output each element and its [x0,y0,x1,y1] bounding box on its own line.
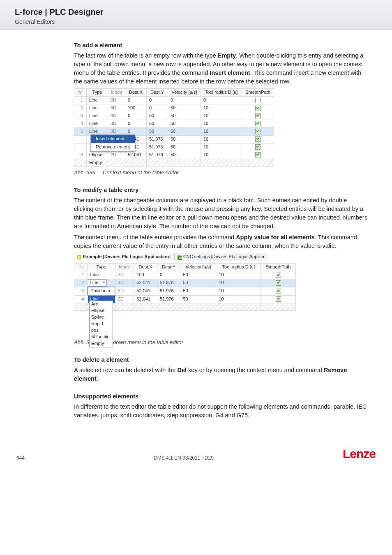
cell-mode[interactable]: 3D [115,287,134,295]
cell-nr[interactable]: 1 [74,97,87,104]
cell-nr[interactable]: 3 [74,112,87,120]
cell-desty[interactable]: 51.976 [157,295,180,303]
cell-mode[interactable]: 2D [108,151,125,159]
cell-destx[interactable]: 0 [125,97,147,104]
cell-velocity[interactable]: 50 [180,271,216,279]
context-menu[interactable]: Insert element Remove element [90,134,135,152]
cell-smoothpath[interactable] [242,151,274,159]
cell-velocity[interactable]: 50 [168,104,201,112]
table-row[interactable]: 1Line3D0000 [74,97,274,104]
cell-smoothpath[interactable] [242,97,274,104]
cell-desty[interactable]: 50 [147,127,168,135]
col-destx[interactable]: Dest.X [125,89,147,97]
cell-toolradius[interactable]: 10 [216,295,261,303]
checkbox-checked-icon[interactable] [255,152,261,157]
cell-type[interactable]: Line [88,279,115,287]
cell-toolradius[interactable]: 10 [201,120,242,127]
cell-smoothpath[interactable] [261,303,296,311]
cell-nr[interactable]: 8 [74,151,87,159]
checkbox-checked-icon[interactable] [255,113,261,118]
cell-destx[interactable]: 0 [125,120,147,127]
cell-mode[interactable]: 2D [115,295,134,303]
cell-mode[interactable]: 3D [108,120,125,127]
checkbox-unchecked-icon[interactable] [255,98,261,103]
cell-toolradius[interactable]: 0 [201,97,242,104]
table-row[interactable]: 3Line3D0505010 [74,112,274,120]
cell-smoothpath[interactable] [242,112,274,120]
cell-desty[interactable]: 51.976 [147,151,168,159]
cell-smoothpath[interactable] [261,271,296,279]
table-row[interactable]: 8Ellipse2D52.04151.9765010 [74,151,274,159]
cell-nr[interactable]: 2 [74,104,87,112]
cell-type[interactable]: Line [87,97,108,104]
checkbox-checked-icon[interactable] [276,280,281,286]
cell-nr[interactable] [74,159,87,166]
cell-type[interactable]: Line [87,104,108,112]
col-type[interactable]: Type [87,89,108,97]
col-smoothpath-2[interactable]: SmoothPath [261,264,296,271]
cell-toolradius[interactable]: 10 [201,143,242,151]
dropdown-option[interactable]: M functio [90,334,113,340]
cell-smoothpath[interactable] [261,287,296,295]
dropdown-option[interactable]: Arc [90,301,113,308]
cell-velocity[interactable]: 50 [180,295,216,303]
col-type-2[interactable]: Type [88,264,115,271]
checkbox-checked-icon[interactable] [255,136,261,142]
menu-remove-element[interactable]: Remove element [91,143,135,151]
checkbox-checked-icon[interactable] [255,106,261,111]
col-desty-2[interactable]: Dest.Y [157,264,180,271]
table-row[interactable]: 2Line3D52.04151.9765010 [74,279,296,287]
cell-destx[interactable] [125,159,147,166]
checkbox-checked-icon[interactable] [276,273,281,278]
col-toolradius[interactable]: Tool radius D [u] [201,89,242,97]
cell-desty[interactable]: 51.976 [147,135,168,143]
cell-velocity[interactable]: 50 [180,279,216,287]
col-mode[interactable]: Mode [108,89,125,97]
cell-desty[interactable] [157,303,180,311]
cell-nr[interactable]: 4 [74,295,88,303]
cell-destx[interactable]: 52.041 [134,287,157,295]
cell-desty[interactable]: 0 [147,104,168,112]
cell-destx[interactable]: 52.041 [125,151,147,159]
cell-velocity[interactable]: 50 [168,127,201,135]
table-row[interactable]: 4Line3D0505010 [74,120,274,127]
cell-nr[interactable]: 3 [74,287,88,295]
col-desty[interactable]: Dest.Y [147,89,168,97]
cell-toolradius[interactable] [216,303,261,311]
cell-smoothpath[interactable] [261,279,296,287]
cell-desty[interactable]: 51.976 [157,287,180,295]
table-row[interactable]: Empty [74,159,274,166]
cell-destx[interactable] [134,303,157,311]
cell-smoothpath[interactable] [242,159,274,166]
cell-velocity[interactable] [180,303,216,311]
cell-type[interactable]: Empty [87,159,108,166]
cell-mode[interactable] [115,303,134,311]
cell-destx[interactable]: 100 [125,104,147,112]
col-nr-2[interactable]: Nr [74,264,88,271]
cell-nr[interactable]: 4 [74,120,87,127]
cell-toolradius[interactable]: 10 [216,287,261,295]
cell-smoothpath[interactable] [242,143,274,151]
cell-toolradius[interactable]: 10 [201,151,242,159]
cell-desty[interactable]: 50 [147,112,168,120]
cell-type[interactable]: Ellipse [87,151,108,159]
cell-nr[interactable] [74,303,88,311]
cell-velocity[interactable]: 50 [168,120,201,127]
cell-type[interactable]: Line [87,120,108,127]
cell-desty[interactable]: 51.976 [147,143,168,151]
checkbox-checked-icon[interactable] [255,129,261,134]
cell-velocity[interactable]: 50 [168,151,201,159]
cell-toolradius[interactable]: 10 [201,104,242,112]
cell-velocity[interactable]: 50 [168,143,201,151]
cell-smoothpath[interactable] [242,127,274,135]
cell-smoothpath[interactable] [242,135,274,143]
cell-toolradius[interactable]: 10 [201,127,242,135]
cell-mode[interactable]: 3D [108,104,125,112]
cell-toolradius[interactable]: 10 [216,279,261,287]
cell-destx[interactable]: 52.041 [134,279,157,287]
cell-desty[interactable]: 50 [147,120,168,127]
table-row[interactable]: 1Line3D10005010 [74,271,296,279]
cell-nr[interactable]: 1 [74,271,88,279]
dropdown-option[interactable]: Rapid pos [90,321,113,334]
cell-type[interactable]: Positionin [88,287,115,295]
